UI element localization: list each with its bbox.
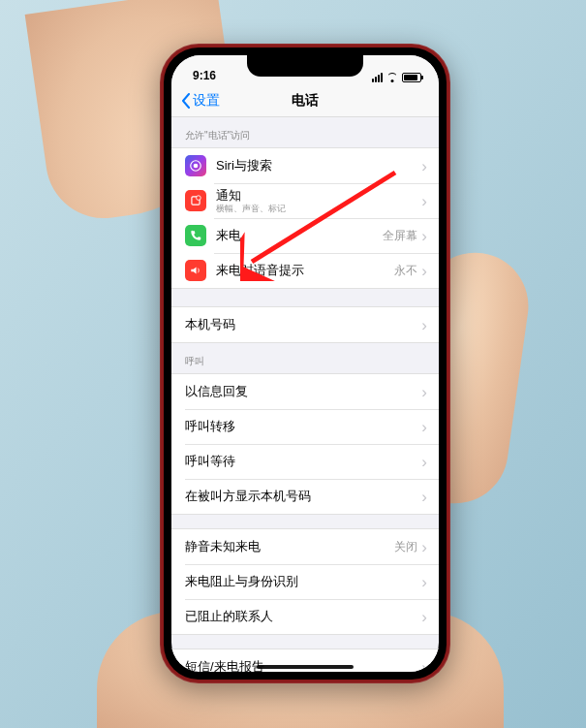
wifi-icon [386,73,398,82]
chevron-right-icon: › [421,317,427,333]
row-reply-with-message[interactable]: 以信息回复 › [171,374,439,409]
row-value: 全屏幕 [383,228,417,244]
chevron-right-icon: › [421,419,427,435]
home-indicator[interactable] [257,665,354,669]
section-header-calls: 呼叫 [171,343,439,373]
chevron-right-icon: › [421,384,427,400]
back-button[interactable]: 设置 [181,92,220,110]
row-my-number[interactable]: 本机号码 › [171,307,439,342]
svg-point-1 [194,164,199,169]
chevron-right-icon: › [421,489,427,505]
chevron-right-icon: › [421,454,427,470]
row-incoming-calls[interactable]: 来电 全屏幕 › [171,218,439,253]
row-label: 呼叫等待 [185,454,421,469]
chevron-right-icon: › [421,263,427,279]
row-silence-unknown[interactable]: 静音未知来电 关闭 › [171,529,439,564]
row-call-waiting[interactable]: 呼叫等待 › [171,444,439,479]
row-value: 永不 [394,263,417,279]
row-blocked-contacts[interactable]: 已阻止的联系人 › [171,599,439,634]
notifications-icon [185,190,206,211]
row-sublabel: 横幅、声音、标记 [216,204,421,214]
row-label: 本机号码 [185,317,421,332]
chevron-right-icon: › [421,539,427,555]
cellular-signal-icon [372,73,383,82]
back-label: 设置 [193,92,220,110]
siri-icon [185,155,206,176]
row-siri-search[interactable]: Siri与搜索 › [171,148,439,183]
row-call-blocking-id[interactable]: 来电阻止与身份识别 › [171,564,439,599]
phone-icon [185,225,206,246]
row-label: 来电阻止与身份识别 [185,574,421,589]
speaker-icon [185,260,206,281]
row-label: 以信息回复 [185,384,421,399]
chevron-left-icon [181,93,191,109]
section-header-allow: 允许"电话"访问 [171,117,439,147]
row-notifications[interactable]: 通知 横幅、声音、标记 › [171,183,439,218]
row-call-forwarding[interactable]: 呼叫转移 › [171,409,439,444]
chevron-right-icon: › [421,609,427,625]
phone-screen: 9:16 设置 电话 允许"电话"访问 [171,55,439,672]
row-announce-calls[interactable]: 来电时语音提示 永不 › [171,253,439,288]
battery-icon [402,73,421,82]
row-label: 通知 [216,188,421,204]
status-time: 9:16 [193,69,216,82]
row-label: 呼叫转移 [185,419,421,434]
chevron-right-icon: › [421,574,427,590]
chevron-right-icon: › [421,659,427,673]
row-show-my-caller-id[interactable]: 在被叫方显示本机号码 › [171,479,439,514]
settings-content: 允许"电话"访问 Siri与搜索 › 通知 [171,117,439,672]
iphone-device: 9:16 设置 电话 允许"电话"访问 [160,44,450,683]
chevron-right-icon: › [421,193,427,209]
row-value: 关闭 [394,539,417,555]
row-label: 静音未知来电 [185,539,394,554]
notch [247,55,363,77]
chevron-right-icon: › [421,158,427,174]
row-label: 已阻止的联系人 [185,609,421,624]
navigation-bar: 设置 电话 [171,84,439,117]
row-label: Siri与搜索 [216,158,421,174]
row-label: 在被叫方显示本机号码 [185,489,421,504]
row-label: 来电 [216,228,383,243]
chevron-right-icon: › [421,228,427,244]
svg-point-3 [197,196,201,201]
row-label: 来电时语音提示 [216,263,394,278]
